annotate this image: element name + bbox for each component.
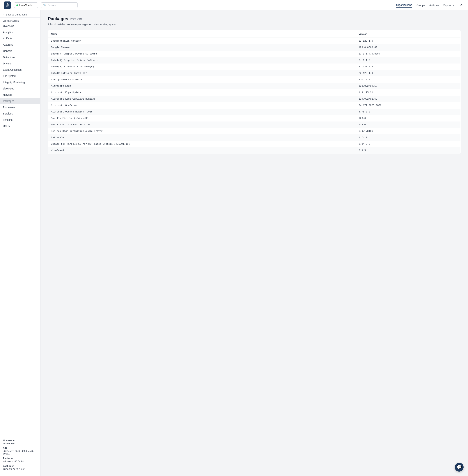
package-name: Realtek High Definition Audio Driver — [48, 128, 356, 134]
table-row: Intel® Software Installer22.120.1.9 — [48, 70, 461, 77]
table-row: Mozilla Firefox (x64 en-US)126.0 — [48, 115, 461, 122]
package-version: 1.74.0 — [356, 134, 460, 141]
sidebar-section-label: WORKSTATION — [0, 17, 40, 23]
chevron-down-icon: ▾ — [35, 4, 35, 6]
sidebar-item-timeline[interactable]: Timeline — [0, 117, 40, 123]
table-row: Intel(R) Chipset Device Software10.1.174… — [48, 51, 461, 57]
nav-support[interactable]: Support ▾ — [443, 3, 454, 7]
sidebar-item-packages[interactable]: Packages — [0, 98, 40, 104]
topnav: LimaCharlie ▾ 🔍 Search Organizations Gro… — [0, 0, 468, 10]
search-icon: 🔍 — [43, 4, 46, 7]
org-selector[interactable]: LimaCharlie ▾ — [14, 2, 38, 8]
logo[interactable] — [4, 1, 11, 9]
page-title: Packages — [48, 16, 68, 21]
sidebar-item-integrity-monitoring[interactable]: Integrity Monitoring — [0, 79, 40, 85]
package-name: Intel(R) Chipset Device Software — [48, 51, 356, 57]
package-name: Microsoft Edge WebView2 Runtime — [48, 96, 356, 102]
table-row: IsItUp Network Monitor8.0.79.0 — [48, 77, 461, 83]
package-name: Google Chrome — [48, 44, 356, 51]
last-seen-label: Last Seen — [3, 465, 37, 467]
sidebar-item-console[interactable]: Console — [0, 48, 40, 54]
hostname-label: Hostname — [3, 439, 37, 442]
layout: ← Back to LimaCharlie WORKSTATION Overvi… — [0, 10, 468, 476]
svg-marker-1 — [6, 4, 8, 6]
page-description: A list of installed software packages on… — [48, 23, 461, 26]
sidebar-item-drivers[interactable]: Drivers — [0, 60, 40, 67]
col-name: Name — [48, 30, 356, 38]
package-name: Intel® Software Installer — [48, 70, 356, 77]
sid-label: SID — [3, 447, 37, 449]
sidebar-item-file-system[interactable]: File System — [0, 73, 40, 79]
sidebar-item-event-collection[interactable]: Event Collection — [0, 67, 40, 73]
package-version: 22.120.1.9 — [356, 38, 460, 44]
table-row: Microsoft Edge Update1.3.195.21 — [48, 89, 461, 96]
chat-button[interactable]: 💬 — [455, 463, 464, 472]
nav-links: Organizations Groups Add-ons Support ▾ ⚙ — [396, 2, 464, 8]
view-docs-link[interactable]: [View Docs] — [71, 17, 83, 20]
main-content: Packages [View Docs] A list of installed… — [41, 10, 468, 476]
package-version: 129.0.2792.52 — [356, 83, 460, 89]
nav-addons[interactable]: Add-ons — [429, 3, 439, 7]
table-row: Google Chrome129.0.6668.60 — [48, 44, 461, 51]
package-version: 4.75.0.0 — [356, 108, 460, 115]
package-version: 126.0 — [356, 115, 460, 122]
sidebar-item-processes[interactable]: Processes — [0, 104, 40, 110]
platform-label: Platform — [3, 457, 37, 460]
package-name: Tailscale — [48, 134, 356, 141]
package-version: 6.0.1.8186 — [356, 128, 460, 134]
back-link[interactable]: ← Back to LimaCharlie — [0, 10, 40, 17]
org-name: LimaCharlie — [19, 4, 33, 7]
table-row: Tailscale1.74.0 — [48, 134, 461, 141]
table-row: Microsoft Update Health Tools4.75.0.0 — [48, 108, 461, 115]
package-version: 129.0.6668.60 — [356, 44, 460, 51]
sidebar-item-overview[interactable]: Overview — [0, 23, 40, 29]
table-row: Microsoft Edge WebView2 Runtime129.0.279… — [48, 96, 461, 102]
sidebar-footer: Hostname workstation SID a8f8ca97-8614-4… — [0, 435, 40, 476]
table-row: WireGuard0.3.5 — [48, 147, 461, 154]
package-version: 112.0 — [356, 122, 460, 128]
table-row: Microsoft Edge129.0.2792.52 — [48, 83, 461, 89]
nav-organizations[interactable]: Organizations — [396, 3, 412, 8]
sidebar-item-detections[interactable]: Detections — [0, 54, 40, 60]
org-status-dot — [16, 4, 18, 6]
package-name: WireGuard — [48, 147, 356, 154]
sid-value: a8f8ca97-8614-438d-qb26-1910… — [3, 450, 37, 455]
sidebar-item-services[interactable]: Services — [0, 110, 40, 117]
packages-table: Name Version Documentation Manager22.120… — [48, 30, 461, 154]
package-name: Update for Windows 10 for x64-based Syst… — [48, 141, 356, 147]
package-version: 8.0.79.0 — [356, 77, 460, 83]
table-row: Documentation Manager22.120.1.9 — [48, 38, 461, 44]
page-title-row: Packages [View Docs] — [48, 16, 461, 21]
sidebar-item-autoruns[interactable]: Autoruns — [0, 42, 40, 48]
sidebar-item-artifacts[interactable]: Artifacts — [0, 35, 40, 42]
package-name: IsItUp Network Monitor — [48, 77, 356, 83]
package-name: Microsoft Edge — [48, 83, 356, 89]
package-version: 10.1.17479.8054 — [356, 51, 460, 57]
sidebar-item-users[interactable]: Users — [0, 123, 40, 129]
col-version: Version — [356, 30, 460, 38]
hostname-value: workstation — [3, 442, 37, 445]
sidebar-item-network[interactable]: Network — [0, 92, 40, 98]
package-name: Intel(R) Graphics Driver Software — [48, 57, 356, 63]
package-version: 0.3.5 — [356, 147, 460, 154]
table-row: Intel(R) Wireless Bluetooth(R)22.120.0.3 — [48, 63, 461, 70]
search-placeholder: Search — [48, 4, 56, 7]
table-row: Mozilla Maintenance Service112.0 — [48, 122, 461, 128]
nav-groups[interactable]: Groups — [416, 3, 425, 7]
package-version: 22.120.1.9 — [356, 70, 460, 77]
package-name: Documentation Manager — [48, 38, 356, 44]
table-row: Realtek High Definition Audio Driver6.0.… — [48, 128, 461, 134]
sidebar-item-live-feed[interactable]: Live Feed — [0, 85, 40, 92]
platform-value: Windows x86 64 bit — [3, 460, 37, 463]
table-row: Update for Windows 10 for x64-based Syst… — [48, 141, 461, 147]
search-bar[interactable]: 🔍 Search — [41, 2, 78, 8]
package-name: Microsoft Update Health Tools — [48, 108, 356, 115]
package-version: 129.0.2792.52 — [356, 96, 460, 102]
table-row: Microsoft OneDrive24.171.0825.0002 — [48, 102, 461, 108]
settings-button[interactable]: ⚙ — [458, 2, 464, 8]
package-name: Mozilla Maintenance Service — [48, 122, 356, 128]
support-chevron-icon: ▾ — [453, 4, 454, 6]
package-name: Microsoft OneDrive — [48, 102, 356, 108]
sidebar-item-analytics[interactable]: Analytics — [0, 29, 40, 35]
package-name: Intel(R) Wireless Bluetooth(R) — [48, 63, 356, 70]
